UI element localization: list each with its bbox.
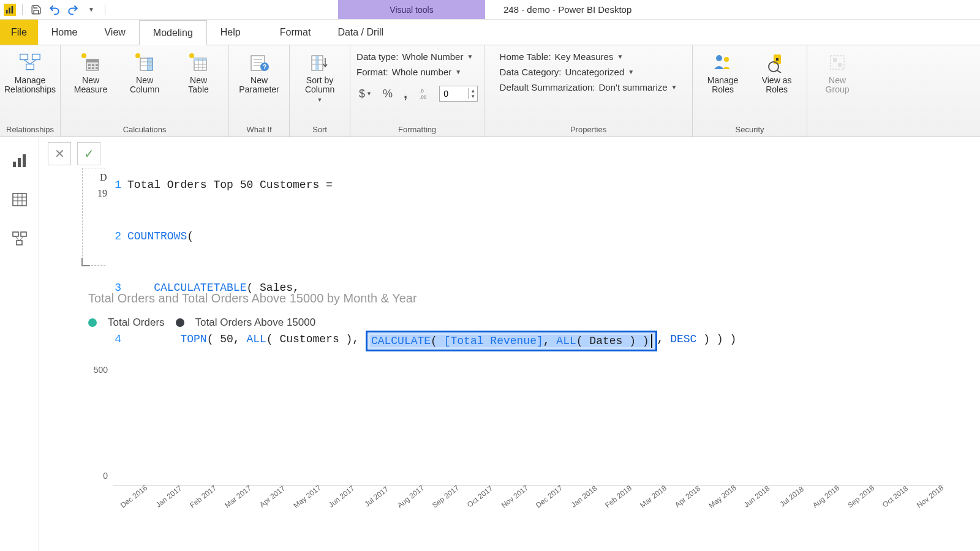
x-tick-label: Oct 2017 [464, 482, 496, 511]
group-properties: Home Table: Key Measures ▼ Data Category… [484, 45, 693, 137]
svg-point-41 [716, 55, 722, 61]
x-tick-label: Oct 2018 [879, 482, 911, 511]
x-tick-label: Dec 2017 [533, 482, 565, 511]
manage-roles-button[interactable]: Manage Roles [699, 48, 747, 95]
svg-rect-5 [26, 64, 34, 70]
redo-icon[interactable] [66, 2, 80, 17]
tab-home[interactable]: Home [38, 20, 91, 45]
currency-button[interactable]: $ ▼ [356, 86, 374, 102]
svg-rect-13 [96, 64, 98, 66]
x-tick-label: Jun 2018 [741, 482, 773, 511]
svg-rect-60 [17, 241, 22, 245]
svg-rect-48 [833, 58, 837, 62]
percent-button[interactable]: % [380, 86, 395, 102]
svg-rect-59 [21, 232, 26, 236]
x-tick-label: May 2018 [706, 482, 739, 511]
svg-rect-11 [88, 64, 91, 66]
chart-legend: Total Orders Total Orders Above 15000 [88, 317, 943, 329]
plot-area: 0 500 Dec 2016Jan 2017Feb 2017Mar 2017Ap… [113, 341, 943, 500]
legend-marker-1 [88, 318, 97, 327]
x-tick-label: Mar 2017 [222, 482, 254, 511]
tab-modeling[interactable]: Modeling [139, 20, 207, 45]
relationships-icon [19, 51, 41, 73]
legend-marker-2 [176, 318, 184, 327]
tab-data-drill[interactable]: Data / Drill [324, 20, 397, 45]
group-whatif: ?New Parameter What If [229, 45, 290, 137]
x-tick-label: Sep 2017 [429, 482, 462, 511]
report-canvas: Date 19/ ✕ ✓ 1Total Orders Top 50 Custom… [39, 138, 980, 551]
x-tick-label: Jul 2017 [360, 482, 393, 511]
svg-rect-10 [86, 59, 99, 62]
x-tick-label: Jan 2017 [153, 482, 185, 511]
svg-rect-16 [96, 67, 98, 69]
svg-rect-53 [13, 193, 26, 206]
group-sort: Sort by Column▼ Sort [290, 45, 350, 137]
sort-by-column-button[interactable]: Sort by Column▼ [296, 48, 344, 103]
x-tick-label: Jun 2017 [325, 482, 358, 511]
svg-point-17 [135, 53, 140, 58]
commit-formula-button[interactable]: ✓ [77, 142, 100, 165]
data-category-dropdown[interactable]: Data Category: Uncategorized ▼ [500, 67, 677, 77]
new-column-button[interactable]: New Column [121, 48, 168, 95]
view-roles-icon [766, 51, 788, 73]
svg-line-6 [24, 60, 30, 64]
new-table-button[interactable]: New Table [175, 48, 222, 95]
x-tick-label: Apr 2018 [671, 482, 704, 511]
svg-rect-50 [13, 162, 16, 167]
svg-point-22 [189, 53, 194, 58]
undo-icon[interactable] [47, 2, 62, 17]
data-type-dropdown[interactable]: Data type: Whole Number ▼ [356, 51, 478, 62]
spin-up-icon[interactable]: ▲ [469, 88, 477, 94]
svg-rect-47 [831, 56, 844, 69]
tab-file[interactable]: File [0, 20, 38, 45]
svg-rect-0 [6, 10, 8, 13]
x-tick-label: Mar 2018 [637, 482, 669, 511]
app-icon [4, 4, 16, 16]
data-view-button[interactable] [9, 189, 31, 211]
chart-title: Total Orders and Total Orders Above 1500… [88, 291, 943, 305]
x-tick-label: Apr 2017 [256, 482, 288, 511]
new-group-button[interactable]: New Group [813, 48, 861, 95]
legend-label-2: Total Orders Above 15000 [195, 317, 316, 329]
cancel-formula-button[interactable]: ✕ [48, 142, 71, 165]
x-tick-label: Jan 2018 [568, 482, 600, 511]
tab-format[interactable]: Format [266, 20, 325, 45]
spin-down-icon[interactable]: ▼ [469, 94, 477, 99]
x-tick-label: Jul 2018 [775, 482, 808, 511]
ribbon: Manage Relationships Relationships New M… [0, 45, 980, 137]
decimal-icon[interactable]: .0.00 [416, 86, 433, 101]
svg-line-7 [30, 60, 36, 64]
new-measure-button[interactable]: New Measure [67, 48, 115, 95]
format-dropdown[interactable]: Format: Whole number ▼ [356, 67, 478, 77]
tab-help[interactable]: Help [207, 20, 254, 45]
default-summarization-dropdown[interactable]: Default Summarization: Don't summarize ▼ [500, 82, 677, 92]
sort-icon [309, 51, 331, 73]
report-view-button[interactable] [9, 149, 31, 171]
svg-point-8 [81, 53, 86, 58]
manage-relationships-button[interactable]: Manage Relationships [6, 48, 54, 95]
group-relationships: Manage Relationships Relationships [0, 45, 61, 137]
home-table-dropdown[interactable]: Home Table: Key Measures ▼ [500, 51, 677, 62]
roles-icon [712, 51, 734, 73]
decimal-places-input[interactable]: ▲▼ [439, 86, 478, 102]
thousands-button[interactable]: , [401, 84, 410, 103]
x-tick-label: May 2017 [291, 482, 323, 511]
qat-dropdown-icon[interactable]: ▼ [84, 2, 99, 17]
new-parameter-button[interactable]: ?New Parameter [235, 48, 283, 95]
svg-rect-15 [92, 67, 94, 69]
bar-chart-visual[interactable]: Total Orders and Total Orders Above 1500… [88, 291, 943, 551]
model-view-button[interactable] [9, 228, 31, 250]
save-icon[interactable] [29, 2, 43, 17]
svg-rect-51 [18, 158, 21, 167]
svg-rect-49 [838, 63, 842, 67]
x-tick-label: Nov 2018 [914, 482, 946, 511]
tab-view[interactable]: View [91, 20, 138, 45]
x-tick-label: Aug 2018 [810, 482, 842, 511]
view-as-roles-button[interactable]: View as Roles [753, 48, 801, 95]
group-calculations: New Measure New Column New Table Calcula… [61, 45, 229, 137]
svg-rect-58 [13, 232, 18, 236]
quick-access-toolbar: ▼ [0, 2, 111, 17]
measure-icon [80, 51, 102, 73]
title-bar: ▼ Visual tools 248 - demo - Power BI Des… [0, 0, 980, 20]
svg-rect-2 [12, 6, 13, 13]
